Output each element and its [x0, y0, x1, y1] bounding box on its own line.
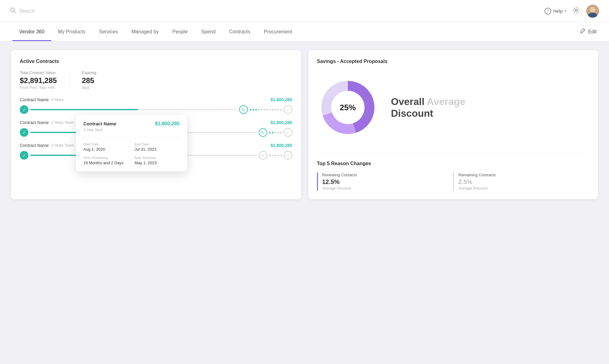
- tooltip-term: 3 Year Term: [83, 128, 180, 132]
- edit-icon: [579, 28, 586, 36]
- check-start-icon: ✓: [20, 105, 28, 114]
- tooltip-start-value: Aug 1, 2020: [83, 147, 128, 152]
- tooltip-remaining-label: Time Remaining: [83, 156, 128, 160]
- refresh-icon: ↻: [259, 128, 267, 137]
- tab-procurement[interactable]: Procurement: [257, 22, 299, 41]
- tab-contracts[interactable]: Contracts: [222, 22, 257, 41]
- donut-percent-label: 25%: [340, 103, 356, 112]
- contract-row: Contract Name 3 Years $1,800,285 ✓ ↻: [20, 97, 292, 114]
- tooltip-amount: $1,800,285: [155, 121, 180, 127]
- tab-services[interactable]: Services: [92, 22, 125, 41]
- contracts-stats: Total Contract Value $2,891,285 From Pre…: [20, 70, 292, 90]
- chevron-down-icon: ▾: [565, 9, 566, 13]
- tooltip-remaining-value: 19 Months and 2 Days: [83, 161, 128, 165]
- header-right: ? Help ▾: [544, 5, 599, 18]
- nav-bar: Vendor 360 My Products Services Managed …: [0, 22, 609, 41]
- contract-name: Contract Name 3 Years Team: [20, 143, 74, 148]
- expiring-block: Expiring 285 days: [82, 70, 96, 90]
- check-end-icon: ✓: [284, 105, 292, 114]
- edit-button[interactable]: Edit: [579, 28, 597, 36]
- stat-divider: [69, 70, 69, 90]
- tab-managedby[interactable]: Managed by: [125, 22, 165, 41]
- contracts-card-title: Active Contracts: [20, 59, 292, 64]
- section-divider: [317, 154, 590, 155]
- contract-name: Contract Name 3 Years Team: [20, 120, 74, 125]
- avatar[interactable]: [586, 5, 599, 18]
- progress-track: ✓ ↻ ✓: [20, 105, 292, 114]
- edit-label: Edit: [588, 29, 597, 35]
- svg-line-1: [14, 11, 15, 13]
- total-value: $2,891,285: [20, 76, 57, 85]
- expiring-value: 285: [82, 76, 96, 85]
- tooltip-grid: Start Date Aug 1, 2020 End Date Jul 31, …: [83, 142, 180, 165]
- reason-title: Remaining Contracts: [458, 173, 589, 177]
- tab-vendor360[interactable]: Vendor 360: [12, 22, 51, 41]
- total-label: Total Contract Value: [20, 70, 57, 75]
- tooltip-end-value: Jul 31, 2023: [135, 147, 180, 152]
- savings-card-title: Savings - Accepted Proposals: [317, 59, 590, 64]
- check-end-icon: ✓: [284, 128, 292, 137]
- help-label: Help: [553, 8, 563, 14]
- tab-myproducts[interactable]: My Products: [51, 22, 92, 41]
- svg-point-4: [590, 7, 595, 12]
- tooltip-start-label: Start Date: [83, 142, 128, 146]
- contract-amount: $1,800,285: [270, 120, 292, 125]
- donut-section: 25% Overall Average Discount: [317, 70, 590, 144]
- tooltip-autorenewal-label: Auto-Renewal: [135, 156, 180, 160]
- tooltip-divider: [83, 137, 180, 137]
- search-placeholder: Search: [19, 8, 35, 14]
- tooltip-end-block: End Date Jul 31, 2023: [135, 142, 180, 152]
- contract-tooltip: Contract Name $1,800,285 3 Year Term Sta…: [76, 115, 187, 171]
- svg-point-5: [588, 13, 597, 18]
- active-contracts-card: Active Contracts Total Contract Value $2…: [11, 50, 301, 199]
- expiring-label: Expiring: [82, 70, 96, 75]
- check-start-icon: ✓: [20, 151, 28, 160]
- reason-item-renewing: Renewing Contacts 12.5% Average Discount: [317, 173, 453, 190]
- reason-percent: 12.5%: [322, 178, 453, 186]
- check-start-icon: ✓: [20, 128, 28, 137]
- progress-dots: [269, 155, 282, 156]
- progress-bar: [30, 109, 237, 110]
- progress-dots: [250, 109, 282, 111]
- savings-card: Savings - Accepted Proposals 25% Ov: [308, 50, 598, 199]
- svg-point-2: [575, 9, 577, 11]
- header: Search ? Help ▾: [0, 0, 609, 22]
- refresh-icon: ↻: [259, 151, 267, 160]
- top5-title: Top 5 Reason Changes: [317, 161, 590, 166]
- help-icon: ?: [544, 8, 551, 15]
- donut-chart: 25%: [317, 77, 379, 138]
- progress-dots: [269, 132, 282, 133]
- help-button[interactable]: ? Help ▾: [544, 8, 566, 15]
- contract-amount: $1,800,285: [270, 97, 292, 102]
- tooltip-start-block: Start Date Aug 1, 2020: [83, 142, 128, 152]
- svg-point-3: [586, 5, 599, 18]
- overall-label-2: Average: [427, 96, 465, 107]
- tooltip-remaining-block: Time Remaining 19 Months and 2 Days: [83, 156, 128, 165]
- reason-title: Renewing Contacts: [322, 173, 453, 177]
- reason-percent: 2.5%: [458, 178, 589, 186]
- contract-row-header: Contract Name 3 Years $1,800,285: [20, 97, 292, 102]
- search-area[interactable]: Search: [10, 7, 544, 15]
- contract-name: Contract Name 3 Years: [20, 97, 64, 102]
- reason-grid: Renewing Contacts 12.5% Average Discount…: [317, 173, 590, 190]
- expiring-sub: days: [82, 86, 96, 90]
- main-content: Active Contracts Total Contract Value $2…: [0, 41, 609, 208]
- reason-sub: Average Discount: [322, 186, 453, 190]
- reason-item-remaining: Remaining Contracts 2.5% Average Discoun…: [453, 173, 589, 190]
- contract-amount: $1,800,285: [270, 143, 292, 148]
- tooltip-header: Contract Name $1,800,285: [83, 121, 180, 127]
- reason-sub: Average Discount: [458, 186, 589, 190]
- tooltip-name: Contract Name: [83, 121, 116, 126]
- tooltip-autorenewal-value: May 1, 2023: [135, 161, 180, 165]
- search-icon: [10, 7, 16, 15]
- tab-spend[interactable]: Spend: [194, 22, 222, 41]
- tooltip-end-label: End Date: [135, 142, 180, 146]
- tab-people[interactable]: People: [165, 22, 194, 41]
- gear-icon[interactable]: [573, 6, 580, 16]
- check-end-icon: ✓: [284, 151, 292, 160]
- refresh-icon: ↻: [239, 105, 248, 114]
- overall-label-3: Discount: [391, 108, 433, 119]
- tooltip-autorenewal-block: Auto-Renewal May 1, 2023: [135, 156, 180, 165]
- total-sub: From Prev. Year +4%: [20, 86, 57, 90]
- overall-label: Overall Average Discount: [391, 96, 465, 119]
